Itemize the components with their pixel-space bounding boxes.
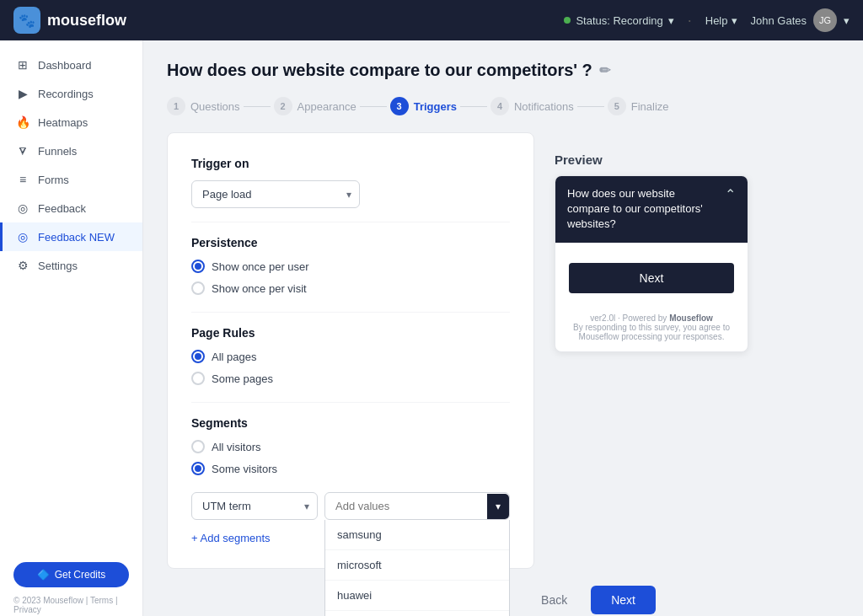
all-visitors-radio[interactable] <box>191 440 205 453</box>
once-per-visit-radio[interactable] <box>191 281 205 295</box>
edit-title-icon[interactable]: ✏ <box>599 62 610 78</box>
preview-next-button[interactable]: Next <box>569 263 734 293</box>
step-sep-3 <box>460 106 487 107</box>
step-sep-1 <box>244 106 271 107</box>
all-visitors-label: All visitors <box>212 441 261 453</box>
step-1[interactable]: 1 Questions <box>167 97 240 115</box>
step-4-num: 4 <box>490 97 509 115</box>
sidebar-item-forms[interactable]: ≡ Forms <box>0 165 142 194</box>
sidebar-label-settings: Settings <box>38 260 78 272</box>
user-menu[interactable]: John Gates JG ▾ <box>751 8 850 32</box>
dashboard-icon: ⊞ <box>16 58 29 72</box>
step-4-label: Notifications <box>514 100 574 113</box>
once-per-visit-option[interactable]: Show once per visit <box>191 281 510 295</box>
sidebar-item-recordings[interactable]: ▶ Recordings <box>0 79 142 108</box>
all-pages-label: All pages <box>212 351 256 363</box>
sidebar-item-settings[interactable]: ⚙ Settings <box>0 251 142 280</box>
help-chevron: ▾ <box>732 14 737 27</box>
step-1-num: 1 <box>167 97 185 115</box>
once-per-user-option[interactable]: Show once per user <box>191 260 510 273</box>
all-visitors-option[interactable]: All visitors <box>191 440 510 453</box>
dropdown-item-apple[interactable]: apple <box>325 611 509 616</box>
preview-footer: ver2.0l · Powered by Mouseflow By respon… <box>555 307 748 351</box>
some-pages-radio[interactable] <box>191 372 205 385</box>
status-indicator[interactable]: Status: Recording ▾ <box>564 14 673 27</box>
some-visitors-option[interactable]: Some visitors <box>191 462 510 475</box>
some-visitors-label: Some visitors <box>212 463 277 475</box>
all-pages-radio[interactable] <box>191 350 205 363</box>
sidebar-footer: 🔷 Get Credits © 2023 Mouseflow | Terms |… <box>0 552 142 616</box>
forms-icon: ≡ <box>16 173 29 186</box>
segments-filter-row: UTM term UTM source UTM medium UTM campa… <box>191 492 510 520</box>
values-dropdown-button[interactable]: ▾ <box>487 494 509 519</box>
some-pages-label: Some pages <box>212 372 273 385</box>
dropdown-item-huawei[interactable]: huawei <box>325 581 509 611</box>
step-2[interactable]: 2 Appearance <box>274 97 356 115</box>
step-sep-4 <box>577 106 604 107</box>
user-chevron: ▾ <box>844 14 850 27</box>
preview-collapse-icon[interactable]: ⌃ <box>725 186 736 202</box>
privacy-link[interactable]: Privacy <box>13 605 41 614</box>
sidebar-label-forms: Forms <box>38 174 69 186</box>
segments-label: Segments <box>191 416 510 430</box>
values-input-wrapper: ▾ <box>324 492 510 520</box>
some-pages-option[interactable]: Some pages <box>191 372 510 385</box>
step-3-label: Triggers <box>414 100 457 113</box>
right-panel: Preview How does our website compare to … <box>534 132 748 352</box>
page-rules-radio-group: All pages Some pages <box>191 350 510 385</box>
heatmaps-icon: 🔥 <box>16 115 29 129</box>
some-visitors-radio[interactable] <box>191 462 205 475</box>
help-menu[interactable]: Help ▾ <box>705 14 737 27</box>
sidebar-item-feedback-new[interactable]: ◎ Feedback NEW <box>0 222 142 251</box>
once-per-visit-label: Show once per visit <box>212 282 307 295</box>
once-per-user-radio[interactable] <box>191 260 205 273</box>
sidebar-label-heatmaps: Heatmaps <box>38 116 88 129</box>
recordings-icon: ▶ <box>16 87 29 100</box>
utm-select[interactable]: UTM term UTM source UTM medium UTM campa… <box>191 492 318 520</box>
get-credits-button[interactable]: 🔷 Get Credits <box>13 562 129 587</box>
app-name: mouseflow <box>47 12 126 29</box>
step-3[interactable]: 3 Triggers <box>390 97 457 115</box>
values-input[interactable] <box>325 493 487 519</box>
sidebar-item-funnels[interactable]: ⛛ Funnels <box>0 137 142 165</box>
funnels-icon: ⛛ <box>16 144 29 158</box>
step-4[interactable]: 4 Notifications <box>490 97 574 115</box>
dropdown-item-samsung[interactable]: samsung <box>325 520 509 550</box>
settings-icon: ⚙ <box>16 259 29 272</box>
top-nav: 🐾 mouseflow Status: Recording ▾ · Help ▾… <box>0 0 863 40</box>
user-name: John Gates <box>751 14 807 27</box>
persistence-radio-group: Show once per user Show once per visit <box>191 260 510 295</box>
step-2-label: Appearance <box>297 100 356 113</box>
credits-icon: 🔷 <box>37 569 50 581</box>
step-5[interactable]: 5 Finalize <box>608 97 669 115</box>
once-per-user-label: Show once per user <box>212 260 309 273</box>
preview-card: How does our website compare to our comp… <box>555 175 748 352</box>
values-dropdown: samsung microsoft huawei apple amazon <box>324 520 510 616</box>
sidebar-item-feedback[interactable]: ◎ Feedback <box>0 194 142 222</box>
sidebar-item-dashboard[interactable]: ⊞ Dashboard <box>0 51 142 79</box>
preview-body: Next <box>555 243 748 307</box>
all-pages-option[interactable]: All pages <box>191 350 510 363</box>
values-container: ▾ samsung microsoft huawei apple amazon <box>324 492 510 520</box>
avatar: JG <box>813 8 837 32</box>
preview-panel: Preview How does our website compare to … <box>555 153 748 352</box>
persistence-label: Persistence <box>191 236 510 249</box>
dropdown-item-microsoft[interactable]: microsoft <box>325 550 509 581</box>
status-label: Status: Recording <box>576 14 662 27</box>
utm-dropdown-wrapper: UTM term UTM source UTM medium UTM campa… <box>191 492 318 520</box>
sidebar-label-feedback-new: Feedback NEW <box>38 231 115 244</box>
feedback-icon: ◎ <box>16 201 29 215</box>
preview-footer-line2: By responding to this survey, you agree … <box>567 323 736 341</box>
sidebar-item-heatmaps[interactable]: 🔥 Heatmaps <box>0 108 142 137</box>
trigger-on-dropdown-wrapper: Page load Click Exit intent Scroll ▾ <box>191 180 360 208</box>
sidebar-label-funnels: Funnels <box>38 145 77 158</box>
next-button[interactable]: Next <box>591 586 656 614</box>
app-logo: 🐾 mouseflow <box>13 7 126 34</box>
step-1-label: Questions <box>190 100 240 113</box>
trigger-on-select[interactable]: Page load Click Exit intent Scroll <box>191 180 360 208</box>
step-3-num: 3 <box>390 97 409 115</box>
sidebar: ⊞ Dashboard ▶ Recordings 🔥 Heatmaps ⛛ Fu… <box>0 40 143 616</box>
help-label: Help <box>705 14 728 27</box>
back-button[interactable]: Back <box>528 587 581 613</box>
terms-link[interactable]: Terms <box>90 596 113 605</box>
